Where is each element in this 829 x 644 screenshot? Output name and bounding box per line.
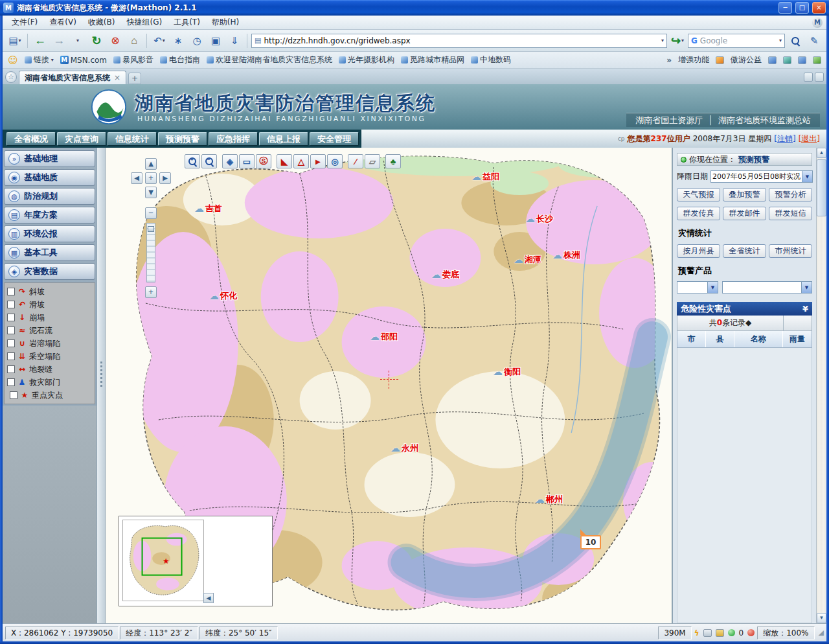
col-city[interactable]: 市 (677, 331, 706, 347)
warning-flag-marker[interactable]: 10 (580, 535, 601, 549)
scroll-track[interactable] (817, 158, 826, 613)
printer-icon[interactable] (703, 629, 712, 637)
eraser-tool[interactable]: ▱ (365, 154, 380, 168)
quick-link-welcome[interactable]: 欢迎登陆湖南省地质灾害信息系统 (207, 54, 332, 65)
exit-link[interactable]: [退出] (799, 133, 820, 144)
nav-forecast-warning[interactable]: 预测预警 (158, 132, 207, 146)
layer-checkbox[interactable] (7, 327, 15, 334)
province-stats-button[interactable]: 全省统计 (723, 244, 766, 258)
select-polygon-tool[interactable]: △ (293, 154, 309, 168)
nav-info-report[interactable]: 信息上报 (259, 132, 308, 146)
search-button[interactable] (787, 32, 804, 49)
forward-button[interactable]: → (51, 32, 67, 49)
layer-checkbox[interactable] (7, 339, 15, 347)
maximize-button[interactable]: □ (795, 2, 809, 14)
tab-active[interactable]: 湖南省地质灾害信息系统 × (19, 71, 126, 84)
quick-link-msn[interactable]: MMSN.com (60, 56, 107, 65)
status-zoom[interactable]: 缩放：100% (757, 627, 814, 639)
resize-grip-icon[interactable]: ◢ (819, 628, 824, 637)
pan-left-button[interactable]: ◀ (131, 172, 142, 184)
city-marker-loudi[interactable]: ☁娄底 (431, 269, 459, 281)
city-marker-changsha[interactable]: ☁长沙 (525, 213, 553, 225)
search-box[interactable]: G Google ▾ (688, 34, 785, 48)
city-marker-jishou[interactable]: ☁吉首 (194, 203, 222, 214)
snapshot-tool[interactable]: Ⓢ (256, 154, 271, 168)
map-viewport[interactable]: + − ◈ ▭ Ⓢ ◣ △ ► ◎ ∕ ▱ ♣ ▲ ◀ + ▶ ▼ − (106, 148, 672, 623)
quick-link-zhongdi[interactable]: 中地数码 (471, 54, 511, 65)
home-button[interactable]: ⌂ (126, 32, 142, 49)
layer-checkbox[interactable] (7, 365, 15, 373)
zoom-out-tool[interactable]: − (201, 154, 217, 168)
menu-favorites[interactable]: 收藏(B) (83, 16, 120, 29)
menu-help[interactable]: 帮助(H) (207, 16, 244, 29)
highlight-button[interactable]: ✎ (806, 32, 823, 49)
search-engine-label[interactable]: Google (700, 36, 777, 45)
sidebar-item-env-bulletin[interactable]: ▥环境公报 (4, 225, 95, 242)
pan-up-button[interactable]: ▲ (145, 158, 157, 170)
undo-button[interactable]: ↶ ▾ (151, 32, 168, 49)
back-button[interactable]: ← (32, 32, 49, 49)
nav-emergency-command[interactable]: 应急指挥 (209, 132, 258, 146)
mass-sms-button[interactable]: 群发短信 (769, 207, 812, 220)
chevron-down-icon[interactable]: ▼ (707, 282, 718, 293)
mass-fax-button[interactable]: 群发传真 (677, 207, 720, 220)
panel-toggle-icon[interactable] (815, 73, 824, 82)
city-stats-button[interactable]: 市州统计 (769, 244, 812, 258)
nav-security-management[interactable]: 安全管理 (310, 132, 359, 146)
ad-filter-button[interactable]: ∗ (170, 32, 187, 49)
layer-rescue-dept[interactable]: ♟救灾部门 (6, 376, 93, 389)
sidebar-item-basic-geography[interactable]: »基础地理 (4, 150, 95, 167)
menu-view[interactable]: 查看(V) (44, 16, 82, 29)
pan-tool[interactable]: ◈ (222, 154, 238, 168)
chevron-down-icon[interactable]: ▼ (802, 171, 812, 182)
sidebar-item-basic-tools[interactable]: ▦基本工具 (4, 244, 95, 261)
layer-collapse[interactable]: ↓崩塌 (6, 311, 93, 324)
nav-info-statistics[interactable]: 信息统计 (108, 132, 157, 146)
zoom-slider-thumb[interactable] (148, 226, 154, 232)
enhance-features-link[interactable]: 增强功能 (678, 54, 709, 65)
identify-tool[interactable]: ◎ (327, 154, 343, 168)
select-box-tool[interactable]: ◣ (277, 154, 292, 168)
tab-list-icon[interactable] (804, 73, 813, 82)
new-tab-button[interactable]: + (128, 73, 141, 84)
nav-disaster-query[interactable]: 灾点查询 (57, 132, 106, 146)
link-geo-env-monitor-station[interactable]: 湖南省地质环境监测总站 (718, 115, 811, 126)
layer-karst-collapse[interactable]: ∪岩溶塌陷 (6, 337, 93, 350)
pan-down-button[interactable]: ▼ (145, 187, 157, 198)
menu-tools[interactable]: 工具(T) (168, 16, 205, 29)
layer-checkbox[interactable] (7, 378, 15, 386)
minimize-button[interactable]: ─ (778, 2, 792, 14)
zoom-minus-button[interactable]: − (145, 207, 157, 219)
favorites-star-icon[interactable]: ☆ (5, 71, 17, 83)
logout-link[interactable]: [注销] (774, 133, 795, 144)
hotlink-tool[interactable]: ∕ (348, 154, 363, 168)
menu-file[interactable]: 文件(F) (6, 16, 43, 29)
folder-icon[interactable] (716, 629, 724, 637)
city-marker-hengyang[interactable]: ☁衡阳 (493, 366, 521, 378)
chevron-down-icon[interactable]: ▾ (661, 38, 664, 43)
city-marker-yiyang[interactable]: ☁益阳 (471, 171, 499, 183)
download-button[interactable]: ⇓ (226, 32, 243, 49)
sidebar-item-annual-plan[interactable]: ▤年度方案 (4, 207, 95, 224)
address-url[interactable]: http://dzzh.hndh.gov.cn/gridweb.aspx (264, 36, 659, 45)
pan-right-button[interactable]: ▶ (159, 172, 171, 184)
plant-icon[interactable] (813, 56, 821, 64)
layer-landslide[interactable]: ↶滑坡 (6, 298, 93, 311)
weather-forecast-button[interactable]: 天气预报 (677, 188, 720, 201)
plugin-icon[interactable] (768, 56, 777, 64)
maxthon-charity-link[interactable]: 傲游公益 (731, 54, 762, 65)
layer-debris-flow[interactable]: ≈泥石流 (6, 324, 93, 337)
stop-button[interactable]: ⊗ (107, 32, 124, 49)
product-select-2[interactable]: ▼ (722, 281, 812, 293)
legend-tree-tool[interactable]: ♣ (385, 154, 401, 168)
vertical-scrollbar[interactable]: ▲ ▼ (816, 148, 826, 623)
zoom-in-tool[interactable]: + (185, 154, 200, 168)
go-button[interactable]: ↪▾ (669, 32, 686, 49)
col-rainfall[interactable]: 雨量 (783, 331, 812, 347)
col-county[interactable]: 县 (706, 331, 734, 347)
overview-collapse-button[interactable]: ◀ (203, 593, 214, 603)
window-split-icon[interactable] (783, 56, 791, 64)
quick-link-baofeng[interactable]: 暴风影音 (113, 54, 153, 65)
quick-link-milu[interactable]: 觅路城市精品网 (401, 54, 464, 65)
danger-points-header[interactable]: 危险性灾害点 ¥ (677, 302, 812, 316)
